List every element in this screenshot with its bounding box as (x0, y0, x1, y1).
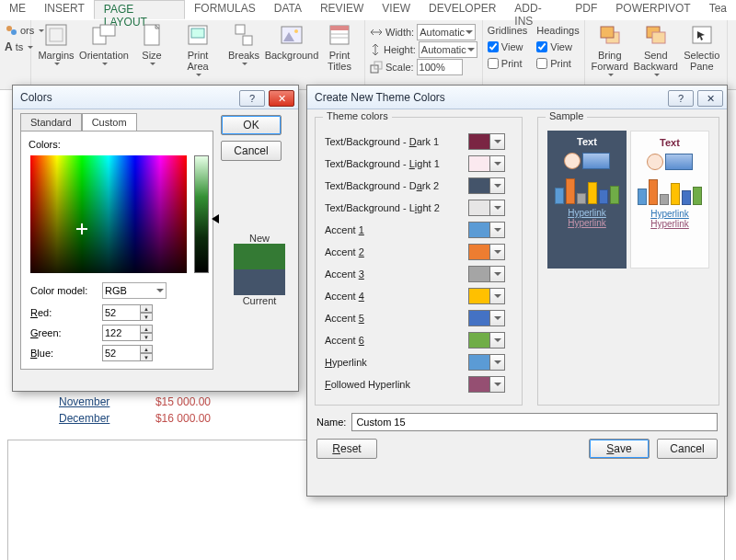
theme-color-row: Accent 4 (325, 285, 512, 307)
themes-fonts[interactable]: A ts (5, 39, 33, 55)
svg-rect-2 (46, 25, 66, 45)
new-label: New (234, 233, 285, 244)
spectrum-crosshair (76, 223, 87, 234)
theme-color-row: Followed Hyperlink (325, 373, 512, 395)
color-model-select[interactable]: RGB (102, 282, 167, 299)
help-button[interactable]: ? (239, 90, 265, 107)
print-titles-button[interactable]: Print Titles (319, 22, 360, 76)
name-input[interactable] (351, 413, 718, 431)
sample-legend: Sample (546, 110, 587, 121)
ribbon-tab-view[interactable]: VIEW (373, 0, 420, 19)
colors-titlebar[interactable]: Colors ? ✕ (13, 86, 298, 109)
green-input[interactable]: ▲▼ (102, 325, 153, 341)
new-color-swatch (234, 244, 285, 269)
blue-input[interactable]: ▲▼ (102, 345, 153, 361)
theme-color-row: Text/Background - Dark 2 (325, 175, 512, 197)
scale-height-row: Height: Automatic (370, 41, 477, 58)
help-button[interactable]: ? (668, 90, 694, 107)
ribbon: ors A ts Margins Orientation Size (0, 20, 736, 90)
theme-cancel-button[interactable]: Cancel (657, 439, 718, 459)
luminance-slider[interactable] (194, 155, 209, 273)
ribbon-tab-developer[interactable]: DEVELOPER (420, 0, 505, 19)
orientation-button[interactable]: Orientation (82, 22, 126, 76)
theme-color-row: Accent 1 (325, 219, 512, 241)
theme-color-picker[interactable] (468, 332, 505, 349)
ok-button[interactable]: OK (221, 115, 282, 135)
theme-color-picker[interactable] (468, 376, 505, 393)
theme-color-picker[interactable] (468, 244, 505, 260)
send-backward-button[interactable]: Send Backward (636, 22, 676, 76)
svg-rect-9 (236, 25, 245, 34)
color-spectrum[interactable] (30, 155, 187, 273)
theme-color-picker[interactable] (468, 266, 505, 282)
theme-color-row: Accent 5 (325, 307, 512, 329)
red-input[interactable]: ▲▼ (102, 304, 153, 321)
scale-width-select[interactable]: Automatic (417, 24, 476, 40)
tab-standard[interactable]: Standard (20, 113, 82, 131)
print-titles-icon (326, 22, 353, 48)
ribbon-tab-add-ins[interactable]: ADD-INS (505, 0, 566, 19)
gridlines-view-check[interactable] (488, 41, 499, 52)
ribbon-tab-data[interactable]: DATA (265, 0, 311, 19)
theme-color-picker[interactable] (468, 222, 505, 238)
svg-point-13 (294, 29, 298, 33)
theme-color-picker[interactable] (468, 354, 505, 371)
send-backward-icon (642, 22, 670, 48)
height-icon (370, 43, 381, 56)
svg-point-0 (6, 26, 12, 31)
theme-color-picker[interactable] (468, 155, 505, 172)
sample-light: Text Hyperlink Hyperlink (630, 131, 709, 269)
theme-color-row: Text/Background - Dark 1 (325, 131, 512, 153)
save-button[interactable]: Save (589, 439, 650, 459)
close-button[interactable]: ✕ (697, 90, 723, 107)
theme-color-row: Text/Background - Light 1 (325, 153, 512, 175)
ribbon-tab-page-layout[interactable]: PAGE LAYOUT (94, 0, 185, 19)
theme-color-picker[interactable] (468, 310, 505, 326)
headings-view-check[interactable] (536, 41, 547, 52)
cancel-button[interactable]: Cancel (221, 141, 282, 161)
ribbon-tab-insert[interactable]: INSERT (35, 0, 94, 19)
theme-color-picker[interactable] (468, 177, 505, 194)
current-color-swatch (234, 269, 285, 295)
svg-rect-23 (652, 32, 665, 43)
ribbon-tab-tea[interactable]: Tea (700, 0, 736, 19)
theme-color-picker[interactable] (468, 133, 505, 150)
theme-titlebar[interactable]: Create New Theme Colors ? ✕ (307, 86, 727, 109)
color-model-label: Color model: (30, 285, 97, 296)
theme-color-picker[interactable] (468, 200, 505, 216)
name-label: Name: (316, 417, 346, 428)
bring-forward-icon (596, 22, 624, 48)
ribbon-tab-me[interactable]: ME (0, 0, 35, 19)
selection-pane-button[interactable]: Selectio Pane (682, 22, 722, 76)
background-icon (278, 22, 305, 48)
svg-rect-21 (601, 27, 614, 38)
selection-pane-icon (688, 22, 716, 48)
close-button[interactable]: ✕ (269, 90, 294, 107)
current-label: Current (234, 295, 285, 306)
sample-dark: Text Hyperlink Hyperlink (547, 131, 627, 269)
scale-width-row: Width: Automatic (370, 24, 476, 40)
tab-custom[interactable]: Custom (82, 113, 137, 131)
ribbon-tab-review[interactable]: REVIEW (311, 0, 373, 19)
scale-value[interactable]: 100% (417, 59, 463, 75)
theme-color-row: Accent 6 (325, 329, 512, 351)
ribbon-tabs: MEINSERTPAGE LAYOUTFORMULASDATAREVIEWVIE… (0, 0, 736, 20)
theme-color-row: Text/Background - Light 2 (325, 197, 512, 219)
svg-rect-5 (100, 25, 115, 36)
scale-height-select[interactable]: Automatic (419, 41, 477, 58)
reset-button[interactable]: Reset (316, 439, 377, 459)
print-area-button[interactable]: Print Area (178, 22, 218, 76)
bring-forward-button[interactable]: Bring Forward (590, 22, 630, 76)
breaks-button[interactable]: Breaks (224, 22, 264, 76)
gridlines-print-check[interactable] (488, 58, 499, 69)
ribbon-tab-pdf[interactable]: PDF (566, 0, 606, 19)
background-button[interactable]: Background (270, 22, 314, 76)
ribbon-tab-powerpivot[interactable]: POWERPIVOT (606, 0, 699, 19)
orientation-icon (90, 22, 118, 48)
size-button[interactable]: Size (132, 22, 172, 76)
theme-color-picker[interactable] (468, 288, 505, 304)
ribbon-tab-formulas[interactable]: FORMULAS (185, 0, 265, 19)
margins-button[interactable]: Margins (36, 22, 76, 76)
headings-print-check[interactable] (536, 58, 547, 69)
theme-color-row: Accent 3 (325, 263, 512, 285)
